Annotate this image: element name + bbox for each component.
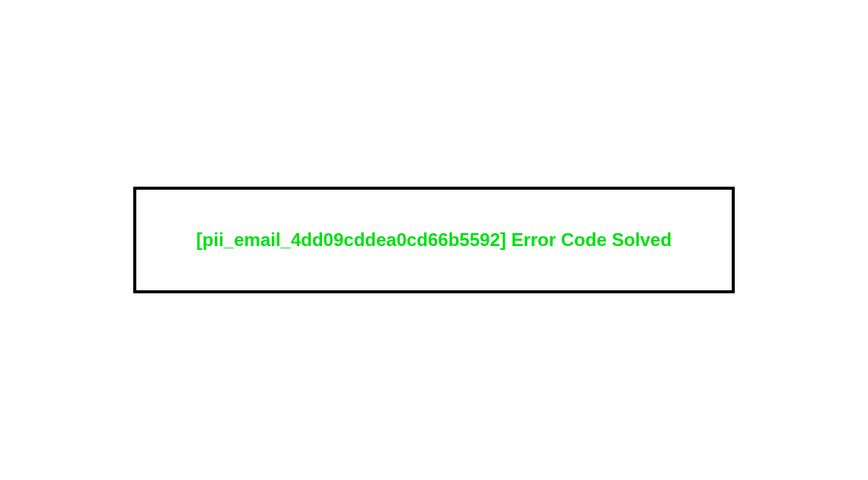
banner-box: [pii_email_4dd09cddea0cd66b5592] Error C… [133, 187, 735, 293]
banner-title: [pii_email_4dd09cddea0cd66b5592] Error C… [196, 229, 672, 251]
